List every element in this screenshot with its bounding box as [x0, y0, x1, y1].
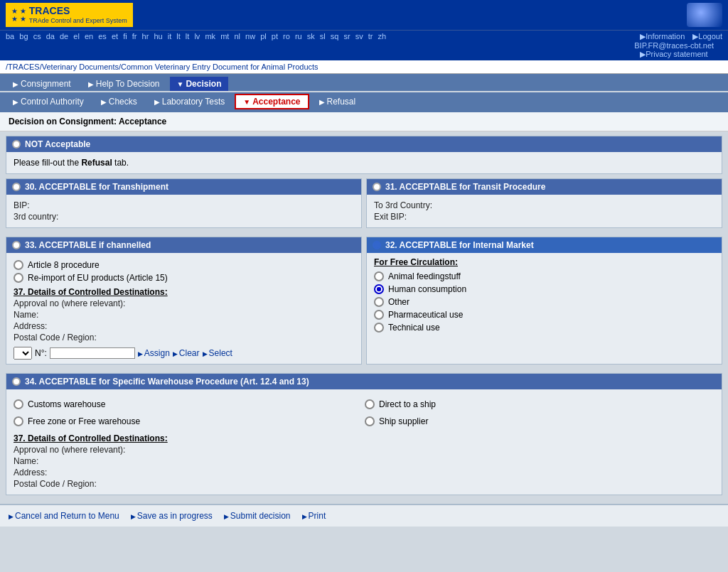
section-32-radio-1[interactable]	[374, 284, 384, 294]
submit-decision-link[interactable]: Submit decision	[224, 511, 291, 521]
control-arrow-icon: ▶	[13, 98, 18, 106]
acceptance-arrow-icon: ▼	[243, 98, 250, 106]
privacy-link[interactable]: ▶Privacy statement	[640, 50, 707, 58]
lang-da[interactable]: da	[46, 32, 55, 41]
lang-hu[interactable]: hu	[154, 32, 162, 41]
logout-link[interactable]: ▶Logout	[692, 32, 722, 41]
section-33-header: 33. ACCEPTABLE if channelled	[6, 237, 361, 253]
lang-tr[interactable]: tr	[368, 32, 373, 41]
lang-mk[interactable]: mk	[205, 32, 215, 41]
language-bar: ba bg cs da de el en es et fi fr hr hu i…	[0, 30, 728, 60]
lang-sk[interactable]: sk	[307, 32, 315, 41]
section-33-label-0: Article 8 procedure	[28, 260, 100, 270]
section-34-title: 34. ACCEPTABLE for Specific Warehouse Pr…	[25, 377, 309, 387]
language-links[interactable]: ba bg cs da de el en es et fi fr hr hu i…	[6, 32, 389, 59]
section-34-radio-2[interactable]	[14, 416, 23, 426]
lang-ru[interactable]: ru	[295, 32, 302, 41]
information-link[interactable]: ▶Information	[640, 32, 685, 41]
page-title-bar: Decision on Consignment: Acceptance	[0, 112, 728, 131]
lang-sl[interactable]: sl	[320, 32, 326, 41]
section-32-title: 32. ACCEPTABLE for Internal Market	[385, 240, 534, 250]
lang-pl[interactable]: pl	[260, 32, 267, 41]
section-34-radio-1[interactable]	[365, 399, 375, 409]
lang-zh[interactable]: zh	[378, 32, 387, 41]
assign-number-input[interactable]	[50, 347, 135, 359]
section-33-radio-1[interactable]	[14, 273, 23, 283]
lab-arrow-icon: ▶	[154, 98, 160, 106]
tab-help-to-decision[interactable]: ▶ Help To Decision	[81, 77, 167, 91]
tab-acceptance[interactable]: ▼ Acceptance	[235, 94, 309, 109]
section-34-option-3: Ship supplier	[365, 416, 714, 426]
tab-decision[interactable]: ▼ Decision	[170, 77, 229, 91]
section-33-option-0: Article 8 procedure	[14, 260, 354, 270]
section-34: 34. ACCEPTABLE for Specific Warehouse Pr…	[6, 373, 722, 495]
lang-it[interactable]: it	[168, 32, 172, 41]
lang-mt[interactable]: mt	[220, 32, 229, 41]
cancel-return-link[interactable]: Cancel and Return to Menu	[9, 511, 119, 521]
lang-es[interactable]: es	[98, 32, 107, 41]
tab-checks[interactable]: ▶ Checks	[94, 95, 144, 109]
tab-refusal-label: Refusal	[327, 97, 356, 107]
lang-nw[interactable]: nw	[245, 32, 255, 41]
lang-en[interactable]: en	[85, 32, 93, 41]
lang-bg[interactable]: bg	[19, 32, 28, 41]
lang-fr[interactable]: fr	[132, 32, 137, 41]
lang-lt[interactable]: lt	[176, 32, 181, 41]
logo-stars: ★ ★★ ★	[11, 7, 26, 23]
section-34-label-1: Direct to a ship	[379, 399, 436, 409]
not-acceptable-indicator	[12, 140, 21, 149]
section-32-radio-4[interactable]	[374, 323, 384, 333]
nav-tabs-row1: ▶ Consignment ▶ Help To Decision ▼ Decis…	[0, 74, 728, 91]
tab-control-authority[interactable]: ▶ Control Authority	[6, 95, 91, 109]
refusal-arrow-icon: ▶	[319, 98, 325, 106]
section-34-radio-0[interactable]	[14, 399, 23, 409]
section-31-exit: Exit BIP:	[374, 212, 714, 222]
lang-cs[interactable]: cs	[33, 32, 41, 41]
tab-help-label: Help To Decision	[96, 79, 160, 89]
section-32-option-0: Animal feedingstuff	[374, 271, 714, 281]
logo-text: TRACES	[29, 6, 127, 16]
assign-button[interactable]: Assign	[138, 348, 170, 358]
lang-el[interactable]: el	[73, 32, 80, 41]
lang-sr[interactable]: sr	[344, 32, 350, 41]
page-title: Decision on Consignment: Acceptance	[9, 117, 166, 126]
save-progress-link[interactable]: Save as in progress	[131, 511, 213, 521]
print-link[interactable]: Print	[302, 511, 326, 521]
logo-subtext: TRAde Control and Expert System	[29, 17, 127, 24]
tab-laboratory-tests[interactable]: ▶ Laboratory Tests	[147, 95, 232, 109]
section-30-body: BIP: 3rd country:	[6, 195, 361, 227]
lang-lv[interactable]: lv	[194, 32, 200, 41]
clear-button[interactable]: Clear	[173, 348, 200, 358]
lang-ro[interactable]: ro	[283, 32, 290, 41]
nav-tabs-row2: ▶ Control Authority ▶ Checks ▶ Laborator…	[0, 92, 728, 112]
tab-consignment[interactable]: ▶ Consignment	[6, 77, 78, 91]
section-33-radio-0[interactable]	[14, 260, 23, 270]
section-34-header: 34. ACCEPTABLE for Specific Warehouse Pr…	[6, 374, 722, 389]
section-32: 32. ACCEPTABLE for Internal Market For F…	[366, 237, 722, 365]
lang-et[interactable]: et	[112, 32, 118, 41]
tab-consignment-label: Consignment	[21, 79, 71, 89]
section-32-label-3: Pharmaceutical use	[388, 310, 463, 320]
section-32-radio-2[interactable]	[374, 297, 384, 307]
lang-de[interactable]: de	[60, 32, 68, 41]
lang-sq[interactable]: sq	[331, 32, 339, 41]
section-34-radio-3[interactable]	[365, 416, 375, 426]
section-32-radio-0[interactable]	[374, 271, 384, 281]
lang-hr[interactable]: hr	[142, 32, 149, 41]
section-33-name: Name:	[14, 310, 354, 320]
section-34-approval: Approval no (where relevant):	[14, 445, 714, 455]
select-button[interactable]: Select	[203, 348, 232, 358]
section-31-title: 31. ACCEPTABLE for Transit Procedure	[385, 182, 545, 192]
section-34-indicator	[12, 377, 21, 386]
lang-sv[interactable]: sv	[355, 32, 363, 41]
lang-nl[interactable]: nl	[234, 32, 240, 41]
lang-ba[interactable]: ba	[6, 32, 14, 41]
lang-lt2[interactable]: lt	[186, 32, 190, 41]
lang-fi[interactable]: fi	[123, 32, 127, 41]
lang-pt[interactable]: pt	[272, 32, 278, 41]
section-32-body: For Free Circulation: Animal feedingstuf…	[367, 253, 722, 340]
assign-country-select[interactable]	[14, 347, 32, 360]
tab-refusal[interactable]: ▶ Refusal	[312, 95, 363, 109]
section-32-radio-3[interactable]	[374, 310, 384, 320]
section-31-to3rd: To 3rd Country:	[374, 200, 714, 210]
